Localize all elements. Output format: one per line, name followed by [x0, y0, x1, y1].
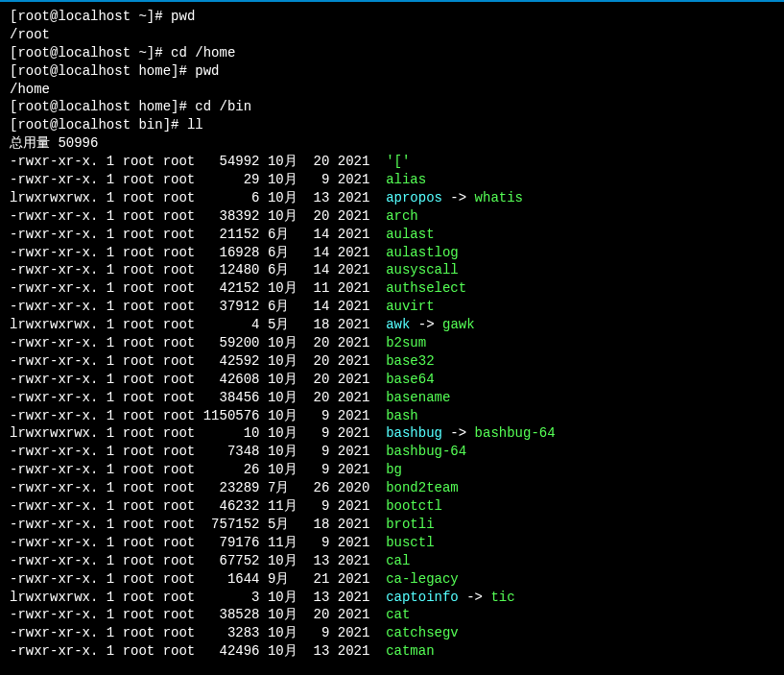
link-target: gawk — [442, 317, 475, 332]
listing-row: -rwxr-xr-x. 1 root root 42496 10月 13 202… — [10, 642, 774, 661]
listing-row: -rwxr-xr-x. 1 root root 7348 10月 9 2021 … — [10, 443, 774, 461]
listing-row: -rwxr-xr-x. 1 root root 42592 10月 20 202… — [10, 352, 774, 371]
file-name: arch — [386, 208, 418, 224]
file-name: apropos — [386, 190, 442, 205]
link-target: whatis — [475, 190, 523, 205]
file-name: ca-legacy — [386, 571, 459, 587]
file-name: aulast — [386, 227, 434, 242]
file-name: catman — [386, 643, 434, 659]
prompt-line: [root@localhost home]# pwd — [10, 62, 774, 81]
listing-row: -rwxr-xr-x. 1 root root 1644 9月 21 2021 … — [10, 570, 774, 589]
listing-row: -rwxr-xr-x. 1 root root 67752 10月 13 202… — [10, 552, 774, 570]
listing-row: -rwxr-xr-x. 1 root root 46232 11月 9 2021… — [10, 497, 774, 516]
prompt-line: [root@localhost ~]# pwd — [10, 8, 774, 26]
file-name: authselect — [386, 280, 466, 296]
file-name: aulastlog — [386, 245, 459, 260]
listing-row: -rwxr-xr-x. 1 root root 42608 10月 20 202… — [10, 371, 774, 389]
file-name: catchsegv — [386, 625, 459, 640]
file-name: auvirt — [386, 299, 434, 314]
listing-row: -rwxr-xr-x. 1 root root 16928 6月 14 2021… — [10, 244, 774, 262]
listing-row: -rwxr-xr-x. 1 root root 42152 10月 11 202… — [10, 279, 774, 298]
link-target: tic — [490, 590, 514, 605]
file-name: basename — [386, 390, 450, 405]
total-line: 总用量 50996 — [10, 134, 774, 153]
file-name: alias — [386, 172, 426, 187]
listing-row: -rwxr-xr-x. 1 root root 29 10月 9 2021 al… — [10, 171, 774, 189]
listing-row: -rwxr-xr-x. 1 root root 38392 10月 20 202… — [10, 207, 774, 226]
listing-row: -rwxr-xr-x. 1 root root 79176 11月 9 2021… — [10, 534, 774, 552]
file-name: bg — [386, 462, 402, 477]
file-name: ausyscall — [386, 262, 459, 277]
listing-row: lrwxrwxrwx. 1 root root 3 10月 13 2021 ca… — [10, 589, 774, 607]
listing-row: -rwxr-xr-x. 1 root root 37912 6月 14 2021… — [10, 298, 774, 316]
file-name: b2sum — [386, 335, 426, 350]
file-name: bootctl — [386, 498, 442, 514]
file-name: cal — [386, 553, 410, 568]
file-name: bash — [386, 408, 418, 423]
listing-row: -rwxr-xr-x. 1 root root 38456 10月 20 202… — [10, 389, 774, 407]
listing-row: lrwxrwxrwx. 1 root root 4 5月 18 2021 awk… — [10, 316, 774, 334]
listing-row: -rwxr-xr-x. 1 root root 23289 7月 26 2020… — [10, 479, 774, 497]
listing-row: -rwxr-xr-x. 1 root root 59200 10月 20 202… — [10, 334, 774, 352]
prompt-line: [root@localhost home]# cd /bin — [10, 98, 774, 116]
listing-row: -rwxr-xr-x. 1 root root 12480 6月 14 2021… — [10, 261, 774, 279]
file-name: bashbug — [386, 425, 442, 441]
prompt-line: [root@localhost ~]# cd /home — [10, 44, 774, 62]
terminal-output[interactable]: [root@localhost ~]# pwd/root[root@localh… — [10, 8, 774, 661]
file-name: '[' — [386, 154, 410, 169]
listing-row: -rwxr-xr-x. 1 root root 54992 10月 20 202… — [10, 153, 774, 171]
file-name: cat — [386, 607, 410, 622]
file-name: base32 — [386, 353, 434, 369]
output-line: /home — [10, 81, 774, 99]
file-name: brotli — [386, 517, 434, 532]
output-line: /root — [10, 26, 774, 44]
listing-row: -rwxr-xr-x. 1 root root 3283 10月 9 2021 … — [10, 624, 774, 642]
listing-row: -rwxr-xr-x. 1 root root 21152 6月 14 2021… — [10, 226, 774, 244]
listing-row: -rwxr-xr-x. 1 root root 1150576 10月 9 20… — [10, 407, 774, 425]
listing-row: lrwxrwxrwx. 1 root root 6 10月 13 2021 ap… — [10, 189, 774, 207]
file-name: captoinfo — [386, 590, 459, 605]
file-name: awk — [386, 317, 410, 332]
file-name: busctl — [386, 535, 434, 550]
prompt-line: [root@localhost bin]# ll — [10, 116, 774, 134]
listing-row: -rwxr-xr-x. 1 root root 38528 10月 20 202… — [10, 606, 774, 624]
link-target: bashbug-64 — [475, 425, 556, 441]
listing-row: -rwxr-xr-x. 1 root root 26 10月 9 2021 bg — [10, 461, 774, 479]
file-name: bond2team — [386, 480, 459, 495]
file-name: base64 — [386, 372, 434, 387]
listing-row: -rwxr-xr-x. 1 root root 757152 5月 18 202… — [10, 516, 774, 534]
listing-row: lrwxrwxrwx. 1 root root 10 10月 9 2021 ba… — [10, 424, 774, 443]
file-name: bashbug-64 — [386, 444, 466, 459]
